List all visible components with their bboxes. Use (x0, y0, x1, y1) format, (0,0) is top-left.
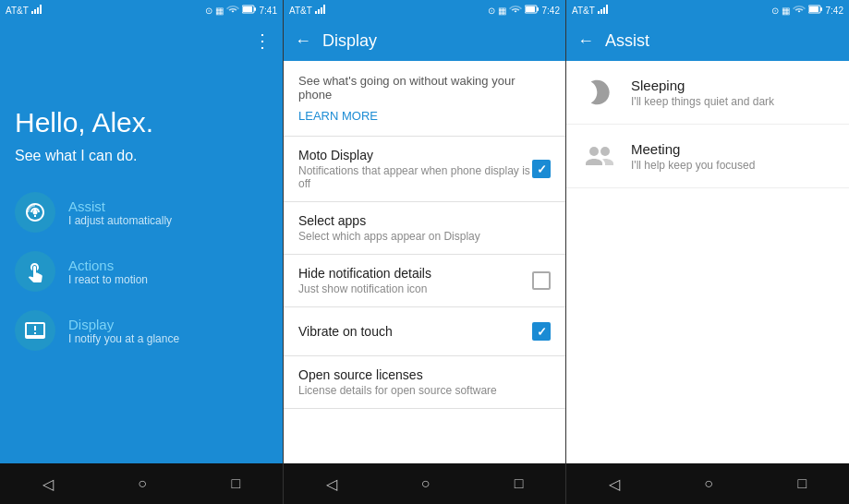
toolbar-2: ← Display (284, 20, 565, 61)
recent-button-3[interactable]: □ (780, 468, 826, 499)
signal-icon-3 (598, 5, 609, 16)
wifi-icon-1 (226, 5, 239, 16)
display-intro: See what's going on without waking your … (284, 61, 565, 105)
greeting-text: Hello, Alex. (15, 107, 268, 138)
svg-rect-14 (526, 6, 535, 12)
hide-notification-setting[interactable]: Hide notification details Just show noti… (284, 255, 565, 306)
assist-item[interactable]: Assist I adjust automatically (15, 183, 268, 242)
display-settings-content: See what's going on without waking your … (284, 61, 565, 463)
checkmark-icon: ✓ (537, 162, 547, 176)
volume-icon-2: ▦ (498, 6, 506, 16)
volume-icon-3: ▦ (782, 6, 790, 16)
svg-rect-9 (318, 9, 320, 14)
moto-display-text: Moto Display Notifications that appear w… (298, 148, 532, 190)
meeting-item[interactable]: Meeting I'll help keep you focused (566, 125, 849, 188)
moto-display-sub: Notifications that appear when phone dis… (298, 164, 532, 190)
sleeping-item[interactable]: Sleeping I'll keep things quiet and dark (566, 61, 849, 125)
svg-point-22 (589, 147, 599, 156)
open-source-title: Open source licenses (298, 367, 551, 382)
status-right-2: ⊙ ▦ 7:42 (488, 5, 560, 16)
people-icon (583, 142, 616, 170)
sleeping-sub: I'll keep things quiet and dark (631, 95, 774, 108)
select-apps-sub: Select which apps appear on Display (298, 230, 551, 243)
display-sub: I notify you at a glance (68, 332, 179, 345)
select-apps-text: Select apps Select which apps appear on … (298, 213, 551, 243)
actions-item[interactable]: Actions I react to motion (15, 242, 268, 301)
vibrate-setting[interactable]: Vibrate on touch ✓ (284, 307, 565, 355)
carrier-1: AT&T (6, 6, 29, 16)
divider-5 (284, 408, 565, 409)
assist-text: Assist I adjust automatically (68, 198, 172, 227)
meeting-icon (581, 138, 618, 174)
svg-rect-20 (820, 7, 822, 11)
hide-notification-checkbox[interactable] (532, 271, 551, 290)
status-bar-2: AT&T ⊙ ▦ 7:42 (284, 0, 565, 20)
assist-sub: I adjust automatically (68, 214, 172, 227)
actions-title: Actions (68, 258, 148, 273)
svg-rect-2 (37, 7, 39, 14)
svg-rect-11 (323, 5, 325, 14)
sleeping-title: Sleeping (631, 78, 774, 93)
toolbar-title-3: Assist (605, 31, 838, 51)
back-button-2[interactable]: ◁ (308, 468, 356, 500)
home-button-2[interactable]: ○ (403, 468, 449, 499)
panel-display: AT&T ⊙ ▦ 7:42 ← Display See what's going… (283, 0, 566, 504)
open-source-setting[interactable]: Open source licenses License details for… (284, 356, 565, 408)
select-apps-setting[interactable]: Select apps Select which apps appear on … (284, 202, 565, 254)
home-button-3[interactable]: ○ (685, 468, 732, 499)
recent-button-1[interactable]: □ (213, 468, 260, 499)
learn-more-link[interactable]: LEARN MORE (284, 105, 565, 136)
actions-text: Actions I react to motion (68, 258, 148, 286)
toolbar-title-2: Display (322, 31, 554, 51)
time-1: 7:41 (260, 6, 277, 16)
carrier-3: AT&T (572, 6, 595, 16)
status-left-1: AT&T (6, 5, 42, 16)
carrier-2: AT&T (289, 6, 312, 16)
assist-icon (24, 201, 46, 223)
signal-icon-2 (315, 5, 326, 16)
moto-display-checkbox[interactable]: ✓ (532, 160, 551, 178)
actions-icon (24, 260, 46, 282)
back-button-1[interactable]: ◁ (24, 468, 72, 500)
svg-rect-16 (600, 9, 602, 14)
status-right-3: ⊙ ▦ 7:42 (771, 5, 843, 16)
meeting-sub: I'll help keep you focused (631, 159, 755, 172)
toolbar-1: ⋮ (0, 20, 283, 61)
panel-home: AT&T ⊙ ▦ 7:41 ⋮ Hello, Alex. See what I … (0, 0, 283, 504)
sleeping-icon (581, 74, 618, 111)
display-icon-circle (15, 310, 55, 351)
wifi-icon-2 (509, 5, 522, 16)
vibrate-checkbox[interactable]: ✓ (532, 322, 551, 341)
more-options-icon[interactable]: ⋮ (253, 31, 272, 50)
bottom-nav-1: ◁ ○ □ (0, 463, 283, 504)
svg-rect-21 (809, 6, 819, 12)
hide-notification-title: Hide notification details (298, 266, 532, 281)
back-arrow-2[interactable]: ← (295, 32, 311, 49)
location-icon-2: ⊙ (488, 6, 495, 16)
recent-button-2[interactable]: □ (496, 468, 542, 499)
svg-rect-15 (598, 11, 600, 14)
display-item[interactable]: Display I notify you at a glance (15, 301, 268, 360)
meeting-text: Meeting I'll help keep you focused (631, 141, 755, 172)
svg-rect-13 (537, 7, 539, 11)
assist-settings-content: Sleeping I'll keep things quiet and dark… (566, 61, 849, 463)
actions-sub: I react to motion (68, 273, 148, 286)
location-icon-1: ⊙ (205, 6, 212, 16)
actions-icon-circle (15, 251, 55, 292)
svg-rect-18 (606, 5, 608, 14)
svg-rect-6 (243, 6, 252, 12)
hide-notification-text: Hide notification details Just show noti… (298, 266, 532, 295)
home-button-1[interactable]: ○ (119, 468, 165, 499)
svg-rect-5 (254, 7, 256, 11)
bottom-nav-3: ◁ ○ □ (566, 463, 849, 504)
svg-rect-1 (34, 9, 36, 14)
moon-icon (585, 78, 614, 107)
back-arrow-3[interactable]: ← (577, 32, 594, 49)
svg-rect-8 (315, 11, 317, 14)
moto-display-setting[interactable]: Moto Display Notifications that appear w… (284, 137, 565, 201)
open-source-sub: License details for open source software (298, 384, 551, 397)
back-button-3[interactable]: ◁ (590, 468, 638, 500)
svg-rect-0 (31, 11, 33, 14)
sleeping-text: Sleeping I'll keep things quiet and dark (631, 78, 774, 108)
tagline-text: See what I can do. (15, 148, 268, 164)
